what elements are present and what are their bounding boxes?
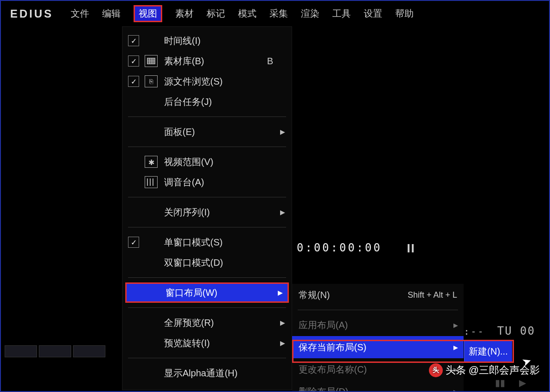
menu-capture[interactable]: 采集 [269, 7, 288, 20]
dropdown-item-label: 全屏预览(R) [164, 317, 292, 329]
menu-view[interactable]: 视图 [134, 5, 162, 22]
clip-thumb[interactable] [5, 345, 37, 357]
watermark: 头 头条 @三郎会声会影 [429, 363, 540, 377]
app-logo: EDIUS [10, 7, 53, 20]
dropdown-item[interactable]: ✓时间线(I) [122, 31, 292, 51]
play-button[interactable]: ▶ [519, 377, 526, 388]
menu-settings[interactable]: 设置 [364, 7, 382, 20]
dropdown-item-label: 预览旋转(I) [164, 337, 292, 349]
clip-thumb[interactable] [39, 345, 71, 357]
submenu-arrow-icon: ▶ [280, 208, 285, 216]
dropdown-item[interactable]: 双窗口模式(D) [122, 252, 292, 273]
dropdown-item-label: 双窗口模式(D) [164, 257, 292, 269]
menu-mode[interactable]: 模式 [238, 7, 257, 20]
usb-icon: ⎘ [145, 75, 158, 87]
submenu-item[interactable]: 保存当前布局(S)▶ [292, 336, 464, 358]
menu-mark[interactable]: 标记 [207, 7, 225, 20]
submenu-item-label: 删除布局(D) [299, 386, 457, 392]
dropdown-item-label: 时间线(I) [164, 35, 292, 47]
menu-help[interactable]: 帮助 [395, 7, 414, 20]
submenu-arrow-icon: ▶ [280, 128, 285, 135]
dropdown-item[interactable]: 后台任务(J) [122, 92, 292, 112]
menu-render[interactable]: 渲染 [301, 7, 319, 20]
dropdown-item[interactable]: 全屏预览(R)▶ [122, 312, 292, 333]
submenu-item[interactable]: 常规(N)Shift + Alt + L [292, 284, 464, 306]
watermark-prefix: 头条 [446, 363, 466, 377]
submenu-arrow-icon: ▶ [280, 339, 285, 347]
menu-file[interactable]: 文件 [71, 7, 89, 20]
dropdown-item[interactable]: 预览旋转(I)▶ [122, 333, 292, 353]
dropdown-item[interactable]: 显示Alpha通道(H) [122, 363, 292, 383]
menu-tools[interactable]: 工具 [332, 7, 351, 20]
submenu-item-label: 应用布局(A) [299, 319, 457, 331]
dropdown-item[interactable]: 面板(E)▶ [122, 122, 292, 142]
menu-clip[interactable]: 素材 [175, 7, 194, 20]
submenu-item[interactable]: 删除布局(D)▶ [292, 380, 464, 392]
submenu-arrow-icon: ▶ [453, 322, 458, 329]
toutiao-logo-icon: 头 [429, 363, 443, 377]
dropdown-item-label: 关闭序列(I) [164, 206, 292, 219]
submenu-arrow-icon: ▶ [453, 388, 458, 392]
dropdown-item[interactable]: 关闭序列(I)▶ [122, 202, 292, 222]
playback-controls: ▮▮ ▶ [495, 377, 526, 388]
preview-timecode: 0:00:00:00 [297, 241, 382, 254]
dropdown-item[interactable]: ✓⎘源文件浏览(S) [122, 71, 292, 92]
dropdown-item-label: 窗口布局(W) [165, 287, 287, 299]
dropdown-item-label: 源文件浏览(S) [164, 75, 292, 88]
timeline-clips [5, 345, 105, 357]
dropdown-item-label: 单窗口模式(S) [164, 236, 292, 249]
watermark-account: @三郎会声会影 [469, 363, 540, 377]
mixer-icon [145, 176, 158, 188]
submenu-item[interactable]: 应用布局(A)▶ [292, 314, 464, 336]
shortcut-label: Shift + Alt + L [408, 290, 457, 300]
submenu-arrow-icon: ▶ [453, 344, 458, 351]
dropdown-item-label: 视频范围(V) [164, 156, 292, 168]
dropdown-item[interactable]: ✓单窗口模式(S) [122, 232, 292, 252]
pause-button[interactable]: ▮▮ [495, 377, 505, 388]
submenu-item-label: 常规(N) [299, 289, 408, 301]
submenu-arrow-icon: ▶ [280, 319, 285, 326]
dropdown-item[interactable]: 视频范围(V) [122, 152, 292, 172]
submenu-item-label: 保存当前布局(S) [299, 341, 457, 354]
dropdown-item-label: 调音台(A) [164, 176, 292, 189]
shortcut-label: B [267, 56, 273, 67]
dropdown-item[interactable]: 窗口布局(W)▶ [125, 282, 289, 303]
submenu-new-layout[interactable]: 新建(N)... [464, 341, 512, 361]
dropdown-item[interactable]: 调音台(A) [122, 172, 292, 192]
clip-thumb[interactable] [73, 345, 105, 357]
grid-icon [145, 55, 158, 67]
dropdown-item-label: 面板(E) [164, 126, 292, 138]
dropdown-item-label: 显示Alpha通道(H) [164, 367, 292, 380]
submenu-arrow-icon: ▶ [278, 289, 283, 296]
dropdown-item[interactable]: ✓素材库(B)B [122, 51, 292, 71]
pause-icon [408, 244, 414, 252]
menu-edit[interactable]: 编辑 [102, 7, 121, 20]
dropdown-item-label: 后台任务(J) [164, 96, 292, 108]
scope-icon [145, 156, 158, 168]
menubar: EDIUS 文件 编辑 视图 素材 标记 模式 采集 渲染 工具 设置 帮助 [1, 1, 549, 26]
view-dropdown: ✓时间线(I)✓素材库(B)B✓⎘源文件浏览(S)后台任务(J)面板(E)▶视频… [122, 26, 292, 390]
